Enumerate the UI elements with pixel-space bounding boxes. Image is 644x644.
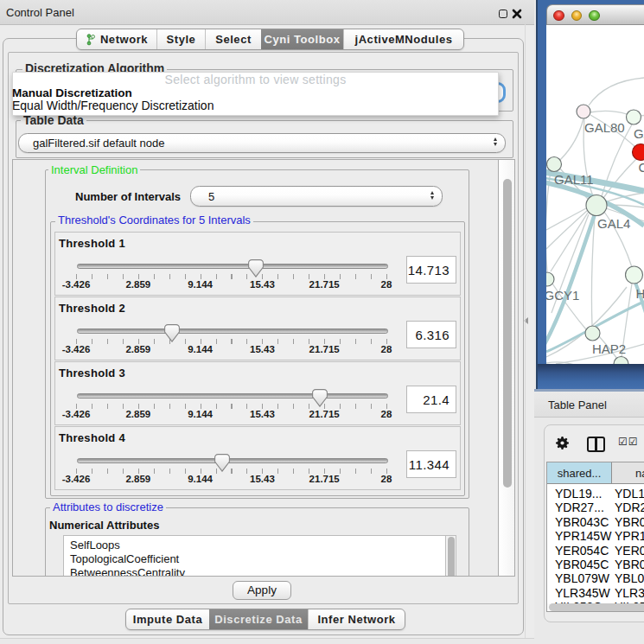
svg-text:GA: GA (634, 126, 644, 141)
svg-text:GAL4: GAL4 (597, 216, 630, 231)
svg-text:HAP2: HAP2 (592, 341, 626, 356)
svg-text:GAL80: GAL80 (584, 120, 625, 135)
svg-text:H: H (636, 286, 644, 301)
svg-text:GCY1: GCY1 (546, 288, 579, 303)
svg-text:GAL11: GAL11 (554, 172, 594, 187)
svg-text:C: C (639, 160, 644, 175)
